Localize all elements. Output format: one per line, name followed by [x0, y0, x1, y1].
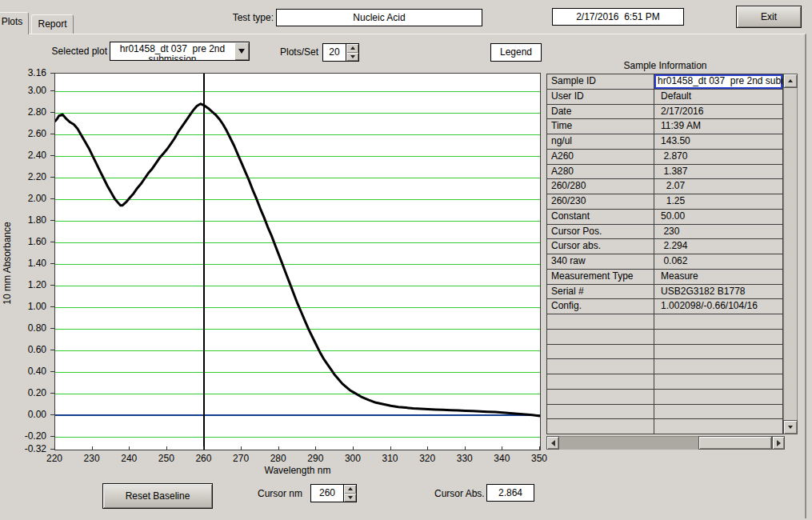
y-tick-label: 1.80 [14, 214, 46, 226]
row-value[interactable] [654, 359, 782, 374]
row-label[interactable]: 340 raw [547, 254, 654, 269]
y-tick-label: 1.20 [14, 279, 46, 290]
row-value[interactable]: hr01458_dt 037 pre 2nd submission [654, 74, 782, 89]
row-label[interactable]: Cursor abs. [547, 239, 654, 254]
row-value[interactable]: Measure [654, 270, 782, 284]
test-type-field[interactable]: Nucleic Acid [276, 9, 482, 26]
row-value[interactable]: 1.002098/-0.66/104/16 [654, 299, 782, 314]
row-value[interactable] [654, 374, 782, 389]
row-label[interactable]: Date [547, 105, 654, 119]
selected-plot-dropdown[interactable]: hr01458_dt 037 pre 2ndsubmission [110, 42, 250, 61]
row-value[interactable]: 0.062 [654, 254, 782, 269]
row-label[interactable]: User ID [547, 90, 654, 104]
spinner-down-icon[interactable] [346, 53, 358, 62]
plots-per-set-stepper[interactable]: 20 [322, 43, 359, 62]
row-value[interactable]: 2/17/2016 [654, 105, 782, 119]
x-tick-mark [315, 446, 316, 450]
table-row: Measurement TypeMeasure [547, 270, 782, 285]
plots-per-set-value[interactable]: 20 [322, 43, 346, 62]
row-value[interactable]: 1.387 [654, 165, 782, 179]
absorbance-curve [55, 74, 540, 450]
row-label[interactable]: Config. [547, 299, 654, 314]
table-row: Serial #USB2G3182 B1778 [547, 285, 782, 300]
x-tick-label: 290 [301, 453, 330, 464]
tab-plots[interactable]: Plots [0, 12, 29, 34]
row-value[interactable]: Default [654, 90, 782, 104]
x-tick-mark [241, 446, 242, 450]
row-label[interactable]: Cursor Pos. [547, 225, 654, 239]
row-label[interactable]: A280 [547, 165, 654, 179]
row-value[interactable]: USB2G3182 B1778 [654, 285, 782, 299]
row-value[interactable] [654, 390, 782, 404]
table-row: Time11:39 AM [547, 119, 782, 134]
row-label[interactable]: A260 [547, 150, 654, 164]
row-label[interactable] [547, 330, 654, 344]
x-tick-mark [92, 446, 93, 450]
x-tick-mark [502, 446, 502, 450]
spinner-up-icon[interactable] [346, 44, 358, 53]
row-label[interactable]: Time [547, 119, 654, 134]
cursor-nm-stepper[interactable]: 260 [310, 484, 357, 502]
vertical-scrollbar[interactable] [783, 74, 798, 434]
row-value[interactable] [654, 419, 782, 434]
horizontal-scrollbar-thumb[interactable] [698, 436, 772, 450]
x-tick-mark [166, 446, 167, 450]
x-tick-label: 330 [450, 453, 479, 464]
table-row: Cursor Pos. 230 [547, 225, 782, 240]
row-value[interactable]: 11:39 AM [654, 119, 782, 134]
spinner-up-icon[interactable] [344, 485, 356, 494]
y-tick-label: 0.40 [14, 366, 46, 377]
x-tick-label: 250 [152, 453, 181, 464]
spectrum-plot[interactable] [54, 73, 541, 450]
row-label[interactable] [547, 419, 654, 434]
y-tick-label: 0.20 [14, 387, 46, 398]
y-tick-label: 1.40 [14, 258, 46, 269]
table-row [547, 419, 782, 434]
selected-plot-label: Selected plot [48, 46, 107, 57]
row-label[interactable] [547, 345, 654, 359]
cursor-nm-value[interactable]: 260 [310, 484, 344, 502]
reset-baseline-button[interactable]: Reset Baseline [102, 483, 213, 509]
spinner-down-icon[interactable] [344, 494, 356, 502]
row-value[interactable] [654, 330, 782, 344]
row-label[interactable]: Sample ID [547, 74, 654, 89]
x-tick-mark [54, 446, 55, 450]
row-value[interactable]: 2.07 [654, 179, 782, 194]
row-label[interactable]: ng/ul [547, 134, 654, 149]
row-value[interactable]: 143.50 [654, 134, 782, 149]
scroll-down-icon[interactable] [783, 420, 798, 434]
row-value[interactable]: 2.294 [654, 239, 782, 254]
selected-plot-value: hr01458_dt 037 pre 2ndsubmission [111, 44, 234, 60]
row-label[interactable]: Constant [547, 210, 654, 224]
row-label[interactable]: 260/230 [547, 194, 654, 209]
row-label[interactable]: Measurement Type [547, 270, 654, 284]
scroll-right-icon[interactable] [772, 436, 785, 450]
x-tick-mark [539, 446, 540, 450]
x-tick-label: 350 [525, 453, 554, 464]
row-label[interactable] [547, 374, 654, 389]
row-label[interactable]: Serial # [547, 285, 654, 299]
row-label[interactable] [547, 314, 654, 329]
x-tick-label: 280 [264, 453, 293, 464]
row-value[interactable] [654, 314, 782, 329]
exit-button[interactable]: Exit [736, 6, 802, 28]
row-value[interactable]: 2.870 [654, 150, 782, 164]
row-value[interactable]: 50.00 [654, 210, 782, 224]
chevron-down-icon[interactable] [234, 42, 249, 60]
table-row: Sample IDhr01458_dt 037 pre 2nd submissi… [547, 74, 782, 90]
row-label[interactable]: 260/280 [547, 179, 654, 194]
legend-button[interactable]: Legend [490, 43, 542, 62]
row-label[interactable] [547, 390, 654, 404]
tab-plots-label: Plots [2, 16, 23, 27]
scroll-up-icon[interactable] [783, 74, 798, 88]
row-label[interactable] [547, 359, 654, 374]
row-value[interactable]: 230 [654, 225, 782, 239]
scroll-left-icon[interactable] [546, 436, 559, 450]
cursor-abs-field: 2.864 [486, 484, 534, 502]
row-label[interactable] [547, 405, 654, 419]
row-value[interactable]: 1.25 [654, 194, 782, 209]
row-value[interactable] [654, 345, 782, 359]
row-value[interactable] [654, 405, 782, 419]
wavelength-cursor[interactable] [203, 74, 205, 450]
tab-report[interactable]: Report [31, 14, 74, 34]
